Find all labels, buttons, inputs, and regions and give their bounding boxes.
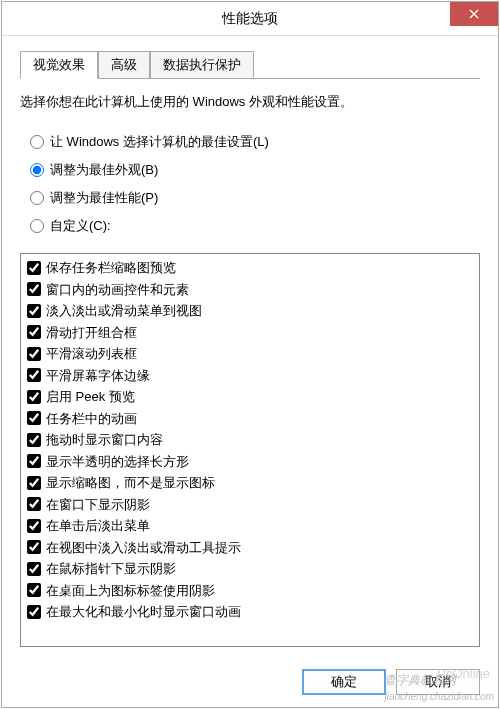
check-option-8[interactable]: 拖动时显示窗口内容 (27, 430, 473, 450)
tab-strip: 视觉效果高级数据执行保护 (20, 50, 480, 79)
radio-label-2: 调整为最佳性能(P) (50, 189, 158, 207)
radio-input-2[interactable] (30, 191, 44, 205)
close-icon (469, 9, 479, 19)
check-label-1: 窗口内的动画控件和元素 (46, 280, 189, 300)
check-input-10[interactable] (27, 476, 41, 490)
check-option-10[interactable]: 显示缩略图，而不是显示图标 (27, 473, 473, 493)
check-label-10: 显示缩略图，而不是显示图标 (46, 473, 215, 493)
check-option-1[interactable]: 窗口内的动画控件和元素 (27, 280, 473, 300)
check-label-3: 滑动打开组合框 (46, 323, 137, 343)
radio-option-1[interactable]: 调整为最佳外观(B) (30, 161, 480, 179)
effects-checklist: 保存任务栏缩略图预览窗口内的动画控件和元素淡入淡出或滑动菜单到视图滑动打开组合框… (20, 253, 480, 647)
check-input-2[interactable] (27, 304, 41, 318)
check-option-4[interactable]: 平滑滚动列表框 (27, 344, 473, 364)
radio-group: 让 Windows 选择计算机的最佳设置(L)调整为最佳外观(B)调整为最佳性能… (30, 133, 480, 245)
check-option-16[interactable]: 在最大化和最小化时显示窗口动画 (27, 602, 473, 622)
check-label-8: 拖动时显示窗口内容 (46, 430, 163, 450)
check-option-12[interactable]: 在单击后淡出菜单 (27, 516, 473, 536)
radio-input-1[interactable] (30, 163, 44, 177)
check-label-7: 任务栏中的动画 (46, 409, 137, 429)
cancel-button[interactable]: 取消 (396, 669, 480, 695)
radio-label-0: 让 Windows 选择计算机的最佳设置(L) (50, 133, 269, 151)
check-label-13: 在视图中淡入淡出或滑动工具提示 (46, 538, 241, 558)
check-input-5[interactable] (27, 368, 41, 382)
radio-input-3[interactable] (30, 219, 44, 233)
check-label-15: 在桌面上为图标标签使用阴影 (46, 581, 215, 601)
ok-button[interactable]: 确定 (302, 669, 386, 695)
radio-input-0[interactable] (30, 135, 44, 149)
check-option-3[interactable]: 滑动打开组合框 (27, 323, 473, 343)
radio-option-0[interactable]: 让 Windows 选择计算机的最佳设置(L) (30, 133, 480, 151)
check-input-4[interactable] (27, 347, 41, 361)
check-input-11[interactable] (27, 497, 41, 511)
titlebar: 性能选项 (2, 2, 498, 36)
check-input-0[interactable] (27, 261, 41, 275)
tab-1[interactable]: 高级 (98, 51, 150, 79)
check-label-16: 在最大化和最小化时显示窗口动画 (46, 602, 241, 622)
radio-label-1: 调整为最佳外观(B) (50, 161, 158, 179)
content-area: 视觉效果高级数据执行保护 选择你想在此计算机上使用的 Windows 外观和性能… (2, 36, 498, 657)
close-button[interactable] (450, 2, 498, 26)
check-input-16[interactable] (27, 605, 41, 619)
radio-option-2[interactable]: 调整为最佳性能(P) (30, 189, 480, 207)
check-option-11[interactable]: 在窗口下显示阴影 (27, 495, 473, 515)
check-input-12[interactable] (27, 519, 41, 533)
tab-2[interactable]: 数据执行保护 (150, 51, 254, 79)
window-title: 性能选项 (2, 10, 498, 28)
check-input-15[interactable] (27, 583, 41, 597)
check-input-13[interactable] (27, 540, 41, 554)
check-option-9[interactable]: 显示半透明的选择长方形 (27, 452, 473, 472)
check-input-3[interactable] (27, 325, 41, 339)
check-label-6: 启用 Peek 预览 (46, 387, 135, 407)
check-option-0[interactable]: 保存任务栏缩略图预览 (27, 258, 473, 278)
check-input-9[interactable] (27, 454, 41, 468)
check-input-8[interactable] (27, 433, 41, 447)
check-option-2[interactable]: 淡入淡出或滑动菜单到视图 (27, 301, 473, 321)
check-input-6[interactable] (27, 390, 41, 404)
radio-label-3: 自定义(C): (50, 217, 111, 235)
check-input-7[interactable] (27, 411, 41, 425)
dialog-footer: 确定 取消 (2, 657, 498, 707)
check-option-14[interactable]: 在鼠标指针下显示阴影 (27, 559, 473, 579)
check-input-14[interactable] (27, 562, 41, 576)
check-option-15[interactable]: 在桌面上为图标标签使用阴影 (27, 581, 473, 601)
check-option-5[interactable]: 平滑屏幕字体边缘 (27, 366, 473, 386)
check-label-11: 在窗口下显示阴影 (46, 495, 150, 515)
tab-0[interactable]: 视觉效果 (20, 51, 98, 79)
check-label-5: 平滑屏幕字体边缘 (46, 366, 150, 386)
check-label-14: 在鼠标指针下显示阴影 (46, 559, 176, 579)
check-label-0: 保存任务栏缩略图预览 (46, 258, 176, 278)
check-option-13[interactable]: 在视图中淡入淡出或滑动工具提示 (27, 538, 473, 558)
check-label-4: 平滑滚动列表框 (46, 344, 137, 364)
check-input-1[interactable] (27, 282, 41, 296)
check-option-6[interactable]: 启用 Peek 预览 (27, 387, 473, 407)
check-label-2: 淡入淡出或滑动菜单到视图 (46, 301, 202, 321)
radio-option-3[interactable]: 自定义(C): (30, 217, 480, 235)
check-label-12: 在单击后淡出菜单 (46, 516, 150, 536)
check-option-7[interactable]: 任务栏中的动画 (27, 409, 473, 429)
check-label-9: 显示半透明的选择长方形 (46, 452, 189, 472)
description-text: 选择你想在此计算机上使用的 Windows 外观和性能设置。 (20, 93, 480, 111)
performance-options-dialog: 性能选项 视觉效果高级数据执行保护 选择你想在此计算机上使用的 Windows … (1, 1, 499, 708)
